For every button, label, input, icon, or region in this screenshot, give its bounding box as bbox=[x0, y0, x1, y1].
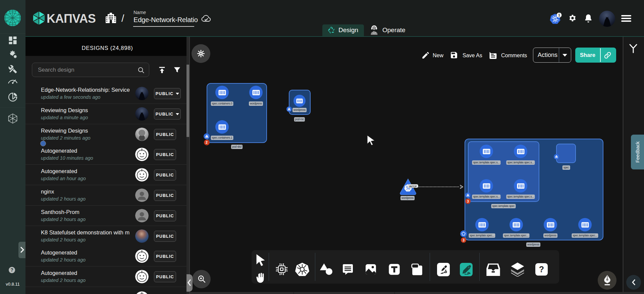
svg-text:1: 1 bbox=[558, 13, 560, 17]
